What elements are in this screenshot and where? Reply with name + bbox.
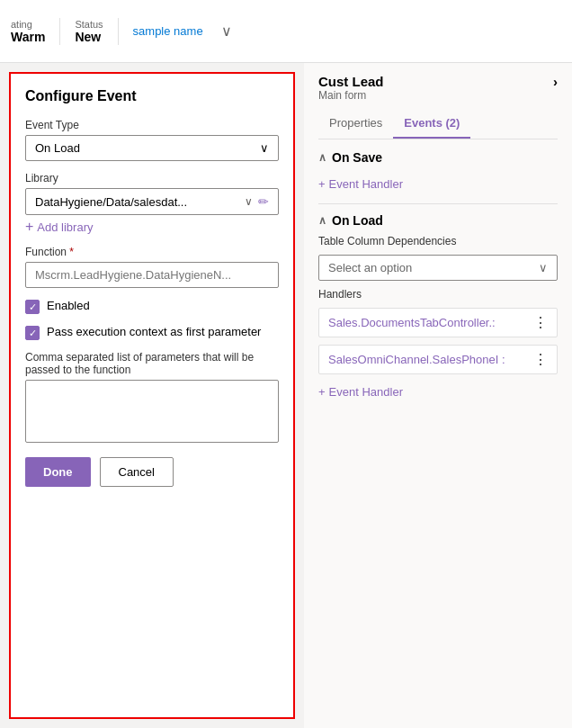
rating-field: ating Warm [11, 19, 45, 44]
rating-label: ating [11, 19, 32, 30]
enabled-checkbox[interactable]: ✓ [25, 300, 40, 314]
event-type-group: Event Type On Load ∨ [25, 119, 279, 161]
done-button[interactable]: Done [25, 457, 91, 487]
main-content: Configure Event Event Type On Load ∨ Lib… [0, 63, 572, 728]
chevron-up-icon2: ∧ [318, 214, 326, 227]
pass-context-checkbox-row[interactable]: ✓ Pass execution context as first parame… [25, 325, 279, 340]
handler-2-name: SalesOmniChannel.SalesPhoneI : [328, 353, 505, 366]
chevron-down-icon: ∨ [221, 22, 232, 40]
enabled-label: Enabled [47, 299, 90, 312]
status-field: Status New [75, 19, 103, 44]
on-load-label: On Load [332, 213, 383, 228]
name-value: sample name [133, 24, 203, 38]
chevron-right-icon: › [553, 74, 558, 89]
params-label: Comma separated list of parameters that … [25, 351, 279, 376]
handler-1-menu-icon[interactable]: ⋮ [533, 314, 548, 331]
library-label: Library [25, 172, 279, 184]
separator [59, 18, 60, 45]
configure-event-panel: Configure Event Event Type On Load ∨ Lib… [9, 72, 295, 719]
plus-icon2: + [318, 177, 326, 191]
event-handler-add-label2: Event Handler [329, 385, 403, 399]
function-label: Function [25, 246, 279, 258]
name-field: sample name [133, 24, 203, 38]
pass-context-label: Pass execution context as first paramete… [47, 325, 261, 338]
checkmark-icon2: ✓ [29, 328, 37, 338]
handler-item-1: Sales.DocumentsTabController.: ⋮ [318, 308, 558, 337]
event-type-value: On Load [35, 141, 80, 155]
buttons-row: Done Cancel [25, 457, 279, 487]
cust-lead-name: Cust Lead [318, 74, 384, 89]
pass-context-checkbox[interactable]: ✓ [25, 326, 40, 340]
function-group: Function [25, 246, 279, 288]
library-group: Library DataHygiene/Data/salesdat... ∨ ✏… [25, 172, 279, 235]
handler-item-2: SalesOmniChannel.SalesPhoneI : ⋮ [318, 345, 558, 374]
chevron-up-icon: ∧ [318, 151, 326, 164]
tab-events[interactable]: Events (2) [393, 109, 470, 139]
library-row: DataHygiene/Data/salesdat... ∨ ✏ [25, 188, 279, 215]
top-bar: ating Warm Status New sample name ∨ [0, 0, 572, 63]
handler-1-name: Sales.DocumentsTabController.: [328, 316, 496, 329]
event-type-label: Event Type [25, 119, 279, 131]
add-library-button[interactable]: + Add library [25, 219, 279, 235]
status-label: Status [75, 19, 103, 30]
params-group: Comma separated list of parameters that … [25, 351, 279, 443]
params-textarea[interactable] [25, 380, 279, 443]
configure-event-title: Configure Event [25, 88, 279, 104]
rating-value: Warm [11, 30, 45, 44]
event-handler-add-label: Event Handler [329, 177, 403, 191]
cancel-button[interactable]: Cancel [100, 457, 174, 487]
tabs-row: Properties Events (2) [318, 109, 558, 139]
checkmark-icon: ✓ [29, 302, 37, 312]
select-option-placeholder: Select an option [328, 261, 412, 274]
chevron-down-icon2: ∨ [539, 261, 548, 274]
function-input[interactable] [25, 262, 279, 288]
add-event-handler-button[interactable]: + Event Handler [318, 174, 558, 194]
tab-properties[interactable]: Properties [318, 109, 393, 139]
table-col-label: Table Column Dependencies [318, 235, 558, 247]
handler-2-menu-icon[interactable]: ⋮ [533, 351, 548, 368]
plus-icon: + [25, 219, 33, 235]
right-body: ∧ On Save + Event Handler ∧ On Load Tabl… [304, 139, 572, 413]
status-value: New [75, 30, 101, 44]
right-header: Cust Lead › Main form Properties Events … [304, 63, 572, 139]
chevron-down-icon: ∨ [245, 195, 253, 208]
separator2 [118, 18, 119, 45]
chevron-down-icon: ∨ [260, 141, 269, 155]
cust-lead-subtitle: Main form [318, 89, 558, 102]
table-col-select[interactable]: Select an option ∨ [318, 255, 558, 281]
on-load-section: ∧ On Load Table Column Dependencies Sele… [318, 213, 558, 402]
event-type-select[interactable]: On Load ∨ [25, 135, 279, 161]
on-save-header: ∧ On Save [318, 150, 558, 165]
handlers-label: Handlers [318, 288, 558, 301]
plus-icon3: + [318, 385, 326, 399]
on-save-label: On Save [332, 150, 382, 165]
library-icons: ∨ ✏ [245, 194, 269, 209]
on-load-header: ∧ On Load [318, 213, 558, 228]
enabled-checkbox-row[interactable]: ✓ Enabled [25, 299, 279, 314]
right-panel: Cust Lead › Main form Properties Events … [304, 63, 572, 728]
divider [318, 203, 558, 204]
cust-lead-title: Cust Lead › [318, 74, 558, 89]
edit-icon[interactable]: ✏ [258, 194, 269, 209]
library-value: DataHygiene/Data/salesdat... [35, 195, 245, 209]
add-event-handler-button2[interactable]: + Event Handler [318, 382, 558, 402]
add-library-label: Add library [37, 220, 93, 234]
